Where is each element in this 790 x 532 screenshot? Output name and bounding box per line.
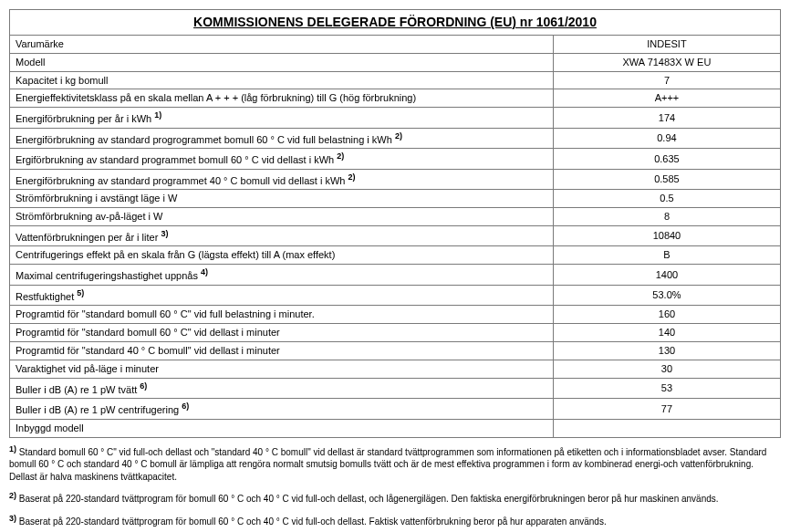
- row-ref: 2): [395, 131, 402, 141]
- row-label-text: Programtid för "standard bomull 60 ° C" …: [16, 308, 315, 319]
- table-row: Strömförbrukning i avstängt läge i W0.5: [10, 190, 781, 208]
- row-label: Modell: [10, 53, 554, 71]
- footnote-ref: 1): [9, 444, 16, 454]
- row-label-text: Modell: [16, 57, 45, 68]
- row-label-text: Restfuktighet: [16, 290, 77, 301]
- row-label: Varaktighet vid på-läge i minuter: [10, 360, 554, 378]
- row-value: 0.94: [553, 128, 780, 149]
- table-row: Programtid för "standard bomull 60 ° C" …: [10, 324, 781, 342]
- row-value: 53.0%: [553, 285, 780, 306]
- row-value: A+++: [553, 89, 780, 108]
- row-value: XWA 71483X W EU: [553, 53, 780, 71]
- row-label-text: Varaktighet vid på-läge i minuter: [16, 363, 159, 374]
- footnote-text: Standard bomull 60 ° C" vid full-och del…: [9, 447, 766, 482]
- table-row: Energiförbrukning av standard programmet…: [10, 169, 781, 190]
- row-value: 10840: [553, 225, 780, 246]
- table-row: Centrifugerings effekt på en skala från …: [10, 246, 781, 265]
- row-ref: 2): [348, 172, 356, 182]
- row-value: 7: [553, 71, 780, 89]
- row-value: 0.635: [553, 149, 780, 170]
- row-label: Buller i dB (A) re 1 pW tvätt 6): [10, 378, 554, 399]
- row-label: Programtid för "standard 40 ° C bomull" …: [10, 341, 554, 360]
- row-value: 130: [553, 341, 780, 360]
- table-row: Varaktighet vid på-läge i minuter30: [10, 360, 781, 378]
- row-value: 53: [553, 378, 780, 399]
- table-row: Restfuktighet 5)53.0%: [10, 285, 781, 306]
- row-value: B: [553, 246, 780, 265]
- row-label: Ergiförbrukning av standard programmet b…: [10, 149, 554, 170]
- table-row: Maximal centrifugeringshastighet uppnås …: [10, 265, 781, 286]
- table-row: Programtid för "standard bomull 60 ° C" …: [10, 306, 781, 324]
- row-value: 30: [553, 360, 780, 378]
- row-label: Energiförbrukning av standard programmet…: [10, 169, 554, 190]
- row-label: Varumärke: [10, 35, 554, 53]
- row-label: Centrifugerings effekt på en skala från …: [10, 246, 554, 265]
- row-label-text: Kapacitet i kg bomull: [16, 75, 109, 86]
- row-value: 77: [553, 399, 780, 420]
- row-label-text: Ergiförbrukning av standard programmet b…: [16, 154, 337, 165]
- table-row: Energieffektivitetsklass på en skala mel…: [10, 89, 781, 108]
- table-row: ModellXWA 71483X W EU: [10, 53, 781, 71]
- row-label-text: Centrifugerings effekt på en skala från …: [16, 249, 335, 260]
- row-label: Kapacitet i kg bomull: [10, 71, 554, 89]
- footnote: 2) Baserat på 220-standard tvättprogram …: [9, 490, 781, 506]
- table-row: VarumärkeINDESIT: [10, 35, 781, 53]
- table-row: Inbyggd modell: [10, 419, 781, 437]
- row-ref: 1): [154, 110, 161, 120]
- row-label-text: Varumärke: [16, 38, 64, 49]
- table-row: Kapacitet i kg bomull7: [10, 71, 781, 89]
- footnote-text: Baserat på 220-standard tvättprogram för…: [16, 517, 607, 527]
- row-value: 160: [553, 306, 780, 324]
- row-label-text: Energieffektivitetsklass på en skala mel…: [16, 92, 416, 103]
- row-ref: 2): [337, 151, 344, 161]
- row-value: 174: [553, 108, 780, 129]
- row-label-text: Strömförbrukning av-på-läget i W: [16, 211, 162, 222]
- row-label: Restfuktighet 5): [10, 285, 554, 306]
- table-row: Energiförbrukning per år i kWh 1)174: [10, 108, 781, 129]
- footnote-ref: 3): [9, 514, 16, 523]
- row-label-text: Energiförbrukning per år i kWh: [16, 113, 154, 124]
- table-row: Vattenförbrukningen per år i liter 3)108…: [10, 225, 781, 246]
- row-label-text: Buller i dB (A) re 1 pW tvätt: [16, 383, 140, 394]
- row-value: [553, 419, 780, 437]
- table-row: Strömförbrukning av-på-läget i W8: [10, 208, 781, 226]
- row-label-text: Vattenförbrukningen per år i liter: [16, 232, 161, 243]
- footnote-ref: 2): [9, 491, 16, 500]
- row-label-text: Energiförbrukning av standard progrogram…: [16, 133, 395, 144]
- footnotes-block: 1) Standard bomull 60 ° C" vid full-och …: [9, 443, 781, 532]
- row-ref: 6): [182, 402, 189, 411]
- row-label-text: Strömförbrukning i avstängt läge i W: [16, 193, 177, 203]
- row-label-text: Maximal centrifugeringshastighet uppnås: [16, 270, 201, 281]
- row-label: Programtid för "standard bomull 60 ° C" …: [10, 306, 554, 324]
- table-row: Ergiförbrukning av standard programmet b…: [10, 149, 781, 170]
- row-label: Buller i dB (A) re 1 pW centrifugering 6…: [10, 399, 554, 420]
- table-row: Programtid för "standard 40 ° C bomull" …: [10, 341, 781, 360]
- row-label: Energiförbrukning per år i kWh 1): [10, 108, 554, 129]
- footnote: 3) Baserat på 220-standard tvättprogram …: [9, 513, 781, 528]
- row-label: Strömförbrukning i avstängt läge i W: [10, 190, 554, 208]
- table-row: Energiförbrukning av standard progrogram…: [10, 128, 781, 149]
- row-ref: 6): [140, 381, 147, 391]
- row-value: 0.585: [553, 169, 780, 190]
- row-label: Inbyggd modell: [10, 419, 554, 437]
- regulation-table: KOMMISSIONENS DELEGERADE FÖRORDNING (EU)…: [9, 9, 781, 438]
- table-row: Buller i dB (A) re 1 pW centrifugering 6…: [10, 399, 781, 420]
- row-label-text: Inbyggd modell: [16, 422, 84, 433]
- row-label-text: Programtid för "standard 40 ° C bomull" …: [16, 345, 280, 356]
- row-value: 8: [553, 208, 780, 226]
- row-label-text: Energiförbrukning av standard programmet…: [16, 174, 348, 185]
- row-value: 0.5: [553, 190, 780, 208]
- table-row: Buller i dB (A) re 1 pW tvätt 6)53: [10, 378, 781, 399]
- row-label-text: Buller i dB (A) re 1 pW centrifugering: [16, 404, 182, 415]
- row-label-text: Programtid för "standard bomull 60 ° C" …: [16, 327, 280, 338]
- row-label: Energiförbrukning av standard progrogram…: [10, 128, 554, 149]
- row-label: Strömförbrukning av-på-läget i W: [10, 208, 554, 226]
- row-value: 1400: [553, 265, 780, 286]
- row-ref: 3): [161, 229, 168, 238]
- row-label: Maximal centrifugeringshastighet uppnås …: [10, 265, 554, 286]
- row-label: Vattenförbrukningen per år i liter 3): [10, 225, 554, 246]
- row-value: INDESIT: [553, 35, 780, 53]
- footnote-text: Baserat på 220-standard tvättprogram för…: [16, 495, 719, 505]
- row-ref: 5): [77, 288, 84, 297]
- table-title: KOMMISSIONENS DELEGERADE FÖRORDNING (EU)…: [10, 10, 781, 36]
